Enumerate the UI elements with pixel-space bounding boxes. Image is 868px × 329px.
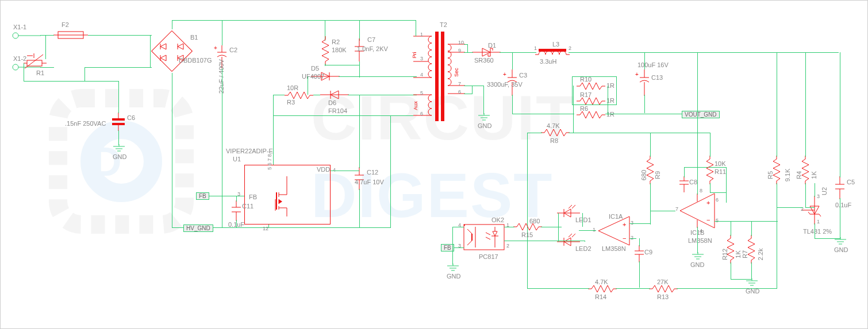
r9-val: 680 bbox=[640, 170, 647, 180]
t2-p7: 7 bbox=[458, 81, 461, 87]
t2-p10: 10 bbox=[458, 40, 464, 45]
mov-ref: R1 bbox=[36, 69, 44, 76]
bridge-ref: B1 bbox=[190, 34, 198, 41]
r2-val: 180K bbox=[332, 47, 347, 53]
ic1b-part: LM358N bbox=[688, 237, 712, 244]
connector-x1-1 bbox=[12, 32, 41, 39]
l3-p1: 1 bbox=[534, 45, 537, 51]
res-r8 bbox=[541, 128, 570, 137]
svg-line-147 bbox=[808, 212, 810, 214]
d5-ref: D5 bbox=[311, 65, 319, 72]
u1-internal-mosfet bbox=[270, 176, 304, 216]
c5-ref: C5 bbox=[847, 179, 855, 185]
l3-ref: L3 bbox=[552, 41, 559, 48]
svg-rect-15 bbox=[152, 31, 193, 72]
ic1b-p6: 6 bbox=[716, 197, 719, 203]
svg-text:−: − bbox=[706, 216, 710, 223]
d6-val: FR104 bbox=[328, 107, 347, 114]
gnd-icon-1 bbox=[113, 144, 125, 153]
fuse-ref: F2 bbox=[62, 21, 69, 28]
r4-ref: R4 bbox=[796, 171, 802, 179]
opto-ok2-body bbox=[464, 221, 504, 253]
net-fb-left: FB bbox=[196, 192, 209, 200]
gnd-ok2 bbox=[447, 264, 459, 273]
c6-ref: C6 bbox=[127, 114, 135, 121]
fuse-f2 bbox=[53, 29, 88, 42]
t2-aux: Aux bbox=[413, 101, 418, 110]
r8-ref: R8 bbox=[550, 137, 558, 144]
r3-ref: R3 bbox=[287, 99, 295, 106]
svg-text:+: + bbox=[635, 71, 639, 78]
r4-val: 1K bbox=[811, 171, 817, 179]
gnd-lbl-sec: GND bbox=[478, 122, 491, 129]
u1-part: VIPER22ADIP-E bbox=[226, 148, 273, 154]
gnd-ic1b-lbl: GND bbox=[690, 261, 704, 268]
r15-ref: R15 bbox=[521, 231, 533, 238]
u2-part: TL431 2% bbox=[803, 228, 832, 235]
svg-point-3 bbox=[13, 33, 18, 38]
res-r5 bbox=[772, 156, 781, 184]
svg-marker-16 bbox=[160, 44, 166, 49]
r8-val: 4.7K bbox=[547, 122, 560, 129]
c7-val: 1.0nF, 2KV bbox=[357, 45, 388, 52]
r7-val: 2.2k bbox=[757, 249, 764, 261]
svg-marker-20 bbox=[160, 55, 166, 61]
r12-ref: R12 bbox=[721, 249, 728, 260]
ic1b-p8: 8 bbox=[700, 188, 702, 193]
ok2-p2: 2 bbox=[506, 243, 509, 249]
svg-line-113 bbox=[569, 205, 572, 208]
u1-fb: FB bbox=[249, 193, 257, 200]
gnd-c5-lbl: GND bbox=[834, 246, 848, 253]
ic1b-p7: 7 bbox=[675, 206, 678, 212]
c11-ref: C11 bbox=[242, 203, 254, 210]
ic1a-p3: 3 bbox=[631, 220, 633, 226]
t2-p5: 5 bbox=[420, 90, 423, 96]
svg-rect-97 bbox=[464, 225, 504, 250]
r11-ref: R11 bbox=[715, 168, 726, 175]
r14-ref: R14 bbox=[595, 293, 606, 300]
t2-p3: 3 bbox=[420, 56, 423, 61]
r9-ref: R9 bbox=[654, 171, 661, 179]
svg-text:+: + bbox=[503, 71, 506, 78]
d5-val: UF4007 bbox=[302, 73, 324, 80]
r11-val: 10K bbox=[715, 160, 726, 167]
bridge-b1 bbox=[143, 22, 201, 80]
diode-d6 bbox=[320, 89, 349, 100]
svg-line-104 bbox=[486, 233, 490, 235]
svg-rect-30 bbox=[112, 123, 125, 125]
c5-val: 0.1uF bbox=[835, 202, 851, 208]
ok2-ref: OK2 bbox=[491, 216, 504, 223]
connector-x1-1-label: X1-1 bbox=[13, 24, 26, 30]
res-r13 bbox=[649, 284, 678, 293]
c13-val: 100uF 16V bbox=[637, 61, 669, 68]
gnd-c5 bbox=[834, 237, 847, 246]
c9-ref: C9 bbox=[644, 249, 652, 256]
ic1b-p4: 4 bbox=[700, 228, 702, 234]
ic1a-part: LM358N bbox=[602, 245, 626, 252]
svg-point-5 bbox=[13, 64, 18, 70]
t2-p1: 1 bbox=[420, 32, 423, 37]
svg-text:−: − bbox=[623, 235, 626, 242]
u1-vdd: VDD bbox=[317, 166, 330, 173]
res-r11 bbox=[705, 156, 715, 184]
r13-ref: R13 bbox=[657, 293, 669, 300]
u2-p1: 1 bbox=[817, 219, 820, 225]
r14-val: 4.7K bbox=[595, 278, 608, 285]
ic1a-p2: 2 bbox=[631, 235, 633, 241]
cap-c9 bbox=[634, 245, 644, 262]
t2-p6: 6 bbox=[420, 111, 423, 117]
t2-p9: 9 bbox=[458, 48, 461, 53]
d1-val: SR360 bbox=[474, 57, 494, 64]
cap-c8 bbox=[679, 176, 689, 192]
u2-p3: 3 bbox=[817, 193, 820, 199]
r2-ref: R2 bbox=[332, 38, 340, 45]
u2-ref: U2 bbox=[821, 187, 828, 195]
u1-pd: 5 6 7 8 bbox=[267, 154, 272, 170]
res-r4 bbox=[801, 156, 810, 184]
opamp-ic1a: +− bbox=[595, 216, 635, 245]
led1-ref: LED1 bbox=[575, 216, 592, 223]
ic1b-p5: 5 bbox=[716, 218, 719, 223]
c13-ref: C13 bbox=[651, 74, 663, 81]
svg-marker-74 bbox=[279, 199, 282, 204]
u1-ref: U1 bbox=[233, 156, 241, 162]
